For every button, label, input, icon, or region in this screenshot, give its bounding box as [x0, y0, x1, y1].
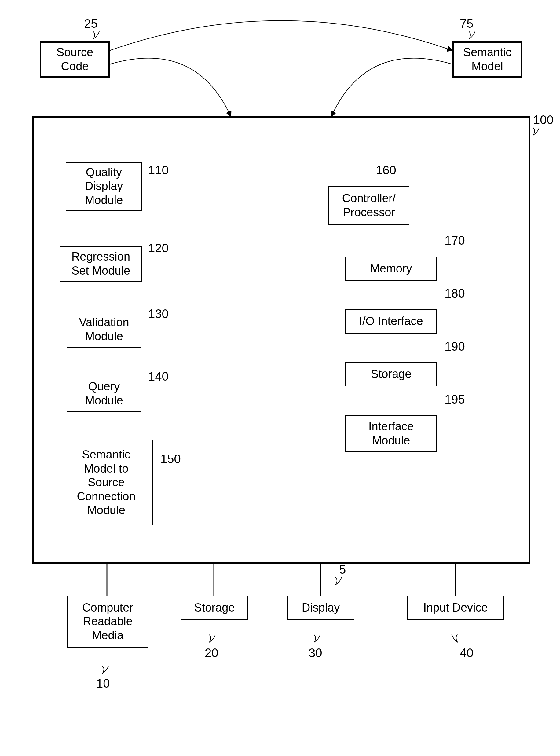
quality-display-module: Quality Display Module [66, 162, 142, 211]
ref-150: 150 [160, 452, 181, 466]
semantic-model-to-source-connection-module: Semantic Model to Source Connection Modu… [60, 440, 153, 525]
diagram-container: Source Code 25 Semantic Model 75 100 Qua… [0, 0, 560, 756]
ref-40: 40 [460, 646, 474, 660]
query-module: Query Module [66, 376, 141, 412]
ref-20: 20 [205, 646, 218, 660]
source-code-box: Source Code [40, 41, 110, 78]
ref-10: 10 [96, 677, 110, 690]
storage-component: Storage [345, 362, 437, 386]
semantic-model-box: Semantic Model [452, 41, 522, 78]
controller-processor: Controller/ Processor [328, 186, 409, 225]
computer-readable-media: Computer Readable Media [67, 596, 148, 648]
ref-25: 25 [84, 17, 98, 30]
ref-100: 100 [533, 113, 554, 127]
ref-195: 195 [444, 392, 465, 406]
ref-130: 130 [148, 307, 168, 321]
regression-set-module: Regression Set Module [60, 246, 142, 282]
memory: Memory [345, 257, 437, 281]
ref-110: 110 [148, 163, 168, 177]
ref-5: 5 [339, 563, 346, 576]
ref-160: 160 [376, 163, 396, 177]
io-interface: I/O Interface [345, 309, 437, 333]
ref-170: 170 [444, 234, 465, 247]
ref-140: 140 [148, 370, 168, 383]
ref-120: 120 [148, 241, 168, 255]
storage-bottom: Storage [181, 596, 248, 620]
ref-30: 30 [308, 646, 322, 660]
ref-190: 190 [444, 340, 465, 353]
validation-module: Validation Module [66, 311, 141, 348]
interface-module: Interface Module [345, 415, 437, 452]
ref-75: 75 [460, 17, 474, 30]
input-device: Input Device [407, 596, 504, 620]
display-bottom: Display [287, 596, 354, 620]
ref-180: 180 [444, 287, 465, 300]
